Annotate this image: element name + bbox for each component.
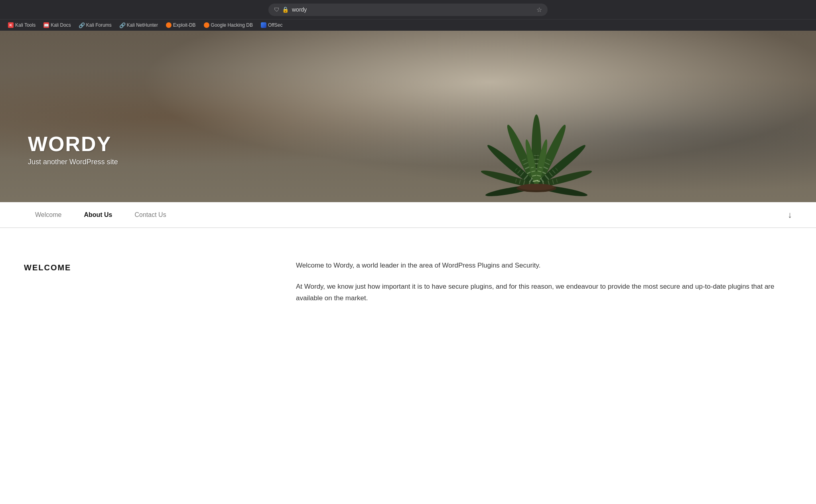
svg-rect-6: [534, 155, 539, 156]
bookmark-kali-tools[interactable]: K Kali Tools: [5, 21, 39, 29]
offsec-favicon: [261, 22, 266, 28]
google-hacking-db-label: Google Hacking DB: [211, 22, 253, 28]
bookmark-offsec[interactable]: OffSec: [258, 21, 286, 29]
address-bar[interactable]: 🛡 🔒 wordy ☆: [268, 4, 548, 16]
kali-nethunter-favicon: 🔗: [120, 22, 125, 28]
nav-item-about-us[interactable]: About Us: [73, 203, 123, 226]
hero-overlay: [0, 31, 816, 202]
address-text: wordy: [292, 6, 533, 13]
kali-forums-favicon: 🔗: [79, 22, 85, 28]
nav-items-container: Welcome About Us Contact Us: [24, 203, 177, 226]
bookmark-google-hacking-db[interactable]: Google Hacking DB: [201, 21, 256, 29]
exploit-db-label: Exploit-DB: [173, 22, 196, 28]
paragraph-1: Welcome to Wordy, a world leader in the …: [296, 260, 792, 272]
section-heading: WELCOME: [24, 260, 272, 272]
site-navigation: Welcome About Us Contact Us ↓: [0, 202, 816, 228]
bookmarks-bar: K Kali Tools 📖 Kali Docs 🔗 Kali Forums 🔗…: [0, 19, 816, 31]
lock-icon: 🔒: [282, 6, 289, 13]
nav-item-contact-us[interactable]: Contact Us: [124, 203, 177, 226]
exploit-db-favicon: [166, 22, 171, 28]
site-header: WORDY Just another WordPress site: [0, 31, 816, 202]
section-left: WELCOME: [24, 260, 272, 272]
paragraph-2: At Wordy, we know just how important it …: [296, 281, 792, 304]
content-grid: WELCOME Welcome to Wordy, a world leader…: [24, 260, 792, 304]
kali-nethunter-label: Kali NetHunter: [127, 22, 158, 28]
kali-tools-label: Kali Tools: [15, 22, 35, 28]
star-icon[interactable]: ☆: [536, 6, 542, 14]
svg-rect-5: [533, 159, 540, 160]
google-hacking-db-favicon: [204, 22, 209, 28]
svg-point-60: [518, 184, 554, 190]
shield-icon: 🛡: [274, 6, 280, 13]
hero-background: [0, 31, 816, 202]
bookmark-kali-nethunter[interactable]: 🔗 Kali NetHunter: [116, 21, 161, 29]
main-content: WELCOME Welcome to Wordy, a world leader…: [0, 228, 816, 328]
bookmark-kali-docs[interactable]: 📖 Kali Docs: [40, 21, 74, 29]
bookmark-kali-forums[interactable]: 🔗 Kali Forums: [76, 21, 115, 29]
section-body: Welcome to Wordy, a world leader in the …: [296, 260, 792, 304]
browser-toolbar: 🛡 🔒 wordy ☆: [0, 0, 816, 19]
browser-chrome: 🛡 🔒 wordy ☆ K Kali Tools 📖 Kali Docs 🔗 K…: [0, 0, 816, 31]
offsec-label: OffSec: [268, 22, 282, 28]
bookmark-exploit-db[interactable]: Exploit-DB: [163, 21, 199, 29]
site-subtitle: Just another WordPress site: [28, 158, 118, 166]
site-title: WORDY: [28, 133, 118, 156]
kali-docs-favicon: 📖: [43, 22, 49, 28]
hero-text: WORDY Just another WordPress site: [28, 133, 118, 166]
scroll-down-button[interactable]: ↓: [788, 210, 792, 220]
nav-item-welcome[interactable]: Welcome: [24, 203, 73, 226]
kali-forums-label: Kali Forums: [86, 22, 112, 28]
hero-plant: [461, 35, 612, 202]
address-bar-icons: 🛡 🔒: [274, 6, 289, 13]
kali-docs-label: Kali Docs: [51, 22, 71, 28]
kali-tools-favicon: K: [8, 22, 14, 28]
